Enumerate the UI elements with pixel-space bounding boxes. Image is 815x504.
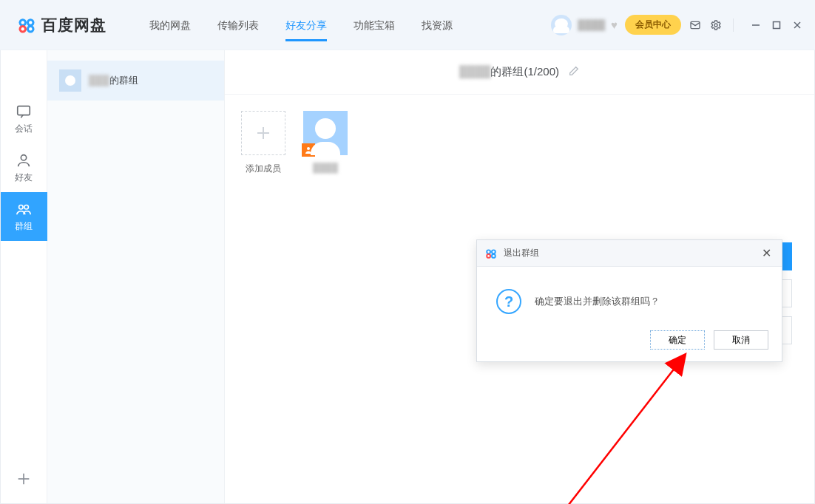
dialog-title: 退出群组	[504, 247, 539, 259]
plus-icon	[254, 124, 272, 142]
group-name: ███的群组	[89, 74, 138, 87]
dialog-header: 退出群组 ✕	[477, 240, 782, 267]
svg-point-4	[21, 21, 24, 24]
svg-point-7	[29, 27, 32, 30]
members-area: 添加成员 ████	[225, 95, 814, 175]
svg-point-9	[714, 24, 717, 27]
minimize-button[interactable]	[750, 19, 762, 31]
add-member-button[interactable]: 添加成员	[241, 111, 285, 175]
dialog-message: 确定要退出并删除该群组吗？	[535, 295, 660, 308]
rail-friends-label: 好友	[15, 171, 33, 184]
svg-point-28	[493, 251, 495, 253]
gear-icon[interactable]	[709, 18, 723, 32]
member-item[interactable]: ████	[303, 111, 348, 175]
tab-friend-share[interactable]: 好友分享	[272, 1, 340, 49]
svg-point-30	[493, 254, 495, 256]
svg-rect-14	[18, 106, 30, 115]
person-icon	[16, 152, 32, 168]
edit-icon[interactable]	[568, 65, 580, 80]
svg-line-31	[543, 357, 683, 504]
vip-button[interactable]: 会员中心	[625, 15, 681, 35]
titlebar-right: ████ ♥ 会员中心	[551, 15, 803, 35]
svg-point-22	[307, 147, 310, 150]
svg-point-29	[487, 254, 490, 256]
tab-transfer[interactable]: 传输列表	[204, 1, 272, 49]
plus-icon	[16, 471, 32, 487]
user-chip[interactable]: ████ ♥	[551, 15, 618, 35]
panel-title: ████的群组(1/200)	[459, 65, 559, 79]
avatar-icon	[551, 15, 572, 35]
panel-header: ████的群组(1/200)	[225, 50, 814, 95]
member-name: ████	[313, 163, 338, 173]
add-box	[241, 111, 285, 155]
group-icon	[16, 201, 32, 217]
rail-groups[interactable]: 群组	[1, 192, 47, 241]
user-name: ████	[578, 19, 605, 30]
svg-point-16	[19, 205, 23, 209]
main-panel: ████的群组(1/200) 添加成员 ████	[225, 50, 814, 503]
dialog-body: ? 确定要退出并删除该群组吗？	[477, 267, 782, 330]
svg-point-5	[29, 21, 32, 24]
tab-toolbox[interactable]: 功能宝箱	[340, 1, 408, 49]
rail-chat-label: 会话	[15, 123, 33, 135]
annotation-arrow	[513, 346, 706, 504]
dialog-cancel-button[interactable]: 取消	[714, 330, 768, 350]
close-button[interactable]	[791, 19, 803, 31]
svg-point-6	[21, 27, 24, 30]
confirm-dialog: 退出群组 ✕ ? 确定要退出并删除该群组吗？ 确定 取消	[476, 239, 782, 362]
top-tabs: 我的网盘 传输列表 好友分享 功能宝箱 找资源	[136, 1, 466, 49]
dialog-close-button[interactable]: ✕	[759, 246, 774, 260]
add-member-label: 添加成员	[246, 163, 281, 175]
divider	[733, 18, 734, 32]
app-name: 百度网盘	[41, 15, 106, 35]
rail-groups-label: 群组	[15, 220, 33, 233]
titlebar: 百度网盘 我的网盘 传输列表 好友分享 功能宝箱 找资源 ████ ♥ 会员中心	[0, 0, 815, 50]
heart-icon: ♥	[611, 18, 618, 31]
tab-find-resource[interactable]: 找资源	[408, 1, 466, 49]
group-avatar-icon	[59, 69, 81, 92]
tab-my-disk[interactable]: 我的网盘	[136, 1, 204, 49]
rail-chat[interactable]: 会话	[1, 95, 47, 143]
dialog-ok-button[interactable]: 确定	[650, 330, 705, 350]
member-avatar	[303, 111, 348, 155]
window-controls	[750, 19, 803, 31]
group-list: ███的群组	[47, 50, 225, 503]
maximize-button[interactable]	[771, 19, 782, 31]
owner-badge-icon	[302, 143, 315, 157]
cloud-logo-icon	[484, 247, 498, 260]
chat-icon	[16, 103, 32, 120]
svg-point-17	[24, 205, 28, 209]
body: 会话 好友 群组 ███的群组 ████的群组(1/200)	[0, 50, 815, 504]
svg-rect-11	[774, 21, 780, 28]
dialog-footer: 确定 取消	[477, 330, 782, 361]
question-icon: ?	[496, 289, 521, 314]
svg-point-15	[21, 154, 26, 160]
side-rail: 会话 好友 群组	[1, 50, 47, 503]
app-logo: 百度网盘	[16, 15, 106, 35]
rail-add-button[interactable]	[16, 471, 32, 490]
svg-point-27	[487, 251, 490, 253]
mail-icon[interactable]	[689, 18, 702, 32]
cloud-logo-icon	[16, 15, 37, 35]
group-list-item[interactable]: ███的群组	[47, 61, 224, 101]
rail-friends[interactable]: 好友	[1, 143, 47, 192]
